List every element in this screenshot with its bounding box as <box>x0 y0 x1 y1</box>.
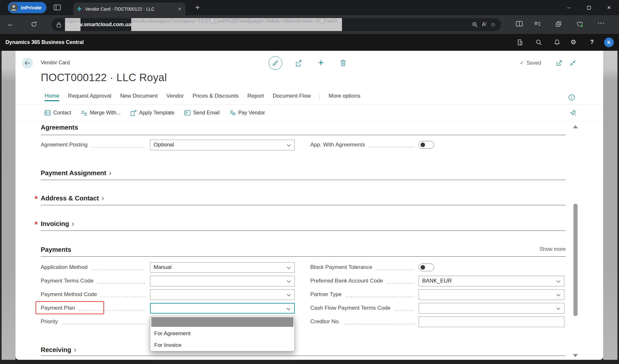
split-screen-icon[interactable] <box>516 21 523 27</box>
app-with-agreements-label: App. With Agreements <box>310 142 365 148</box>
creditor-no-input[interactable] <box>419 316 564 327</box>
collections-icon[interactable] <box>555 21 562 27</box>
application-method-label: Application Method <box>41 264 88 271</box>
dotted-leader <box>61 324 146 325</box>
inprivate-badge[interactable]: InPrivate <box>8 2 47 13</box>
app-with-agreements-toggle[interactable] <box>419 141 434 149</box>
section-payment-assignment[interactable]: Payment Assignment› <box>41 169 111 177</box>
partner-type-label: Partner Type <box>310 291 342 298</box>
block-payment-tolerance-toggle[interactable] <box>419 263 434 271</box>
section-payments[interactable]: Payments <box>41 245 71 254</box>
tab-title: Vendor Card - ПОСТ000122 · LLC <box>85 6 174 12</box>
dotted-leader <box>100 296 146 297</box>
dropdown-option-for-agreement[interactable]: For Agreement <box>150 328 294 339</box>
preferred-bank-account-code-label: Preferred Bank Account Code <box>310 278 383 284</box>
tab-actions-icon[interactable] <box>54 5 61 12</box>
zoom-out-icon[interactable] <box>472 22 478 28</box>
section-title: Receiving <box>41 346 71 354</box>
field-control-slot: Manual <box>150 262 295 273</box>
section-rule <box>41 205 566 205</box>
payment-method-code-combobox[interactable] <box>150 289 295 300</box>
agreement-posting-combobox[interactable]: Optional <box>150 140 295 150</box>
field-control-slot <box>419 263 564 271</box>
settings-gear-icon[interactable]: ⚙ <box>571 38 576 46</box>
field-control-slot <box>419 316 564 327</box>
refresh-icon[interactable] <box>31 21 37 29</box>
show-more-link[interactable]: Show more <box>520 246 566 252</box>
field-row-app-with-agreements: App. With Agreements <box>310 139 564 150</box>
field-control-slot <box>419 289 564 300</box>
section-title: Address & Contact <box>41 195 99 202</box>
section-receiving[interactable]: Receiving› <box>41 346 76 354</box>
notifications-bell-icon[interactable] <box>554 39 560 47</box>
payment-terms-code-combobox[interactable] <box>150 276 295 286</box>
section-title: Invoicing <box>41 220 69 228</box>
back-icon[interactable]: ← <box>7 20 14 28</box>
field-row-cash-flow-payment-terms-code: Cash Flow Payment Terms Code <box>310 303 564 314</box>
scroll-down-arrow[interactable] <box>573 354 578 357</box>
address-bar[interactable]: https://navdev.smartcloud.com.ua/localiz… <box>51 18 501 31</box>
toggle-knob <box>421 265 425 270</box>
section-invoicing[interactable]: *Invoicing› <box>41 219 74 228</box>
scrollbar-thumb[interactable] <box>573 204 578 316</box>
environment-icon[interactable] <box>517 39 523 47</box>
window-maximize-button[interactable] <box>579 0 599 15</box>
dotted-leader <box>345 296 415 297</box>
browser-tab[interactable]: Vendor Card - ПОСТ000122 · LLC × <box>73 3 186 15</box>
partner-type-combobox[interactable] <box>419 289 564 300</box>
chevron-down-icon <box>287 267 291 269</box>
preferred-bank-account-code-combobox[interactable]: BANK_EUR <box>419 276 564 286</box>
dimmed-left-margin <box>2 51 16 360</box>
dotted-leader <box>97 283 146 284</box>
agreement-posting-label: Agreement Posting <box>41 142 88 148</box>
payment-plan-combobox[interactable] <box>150 303 295 314</box>
search-icon[interactable] <box>536 39 542 47</box>
field-row-application-method: Application MethodManual <box>41 262 295 273</box>
dotted-leader <box>343 324 415 325</box>
browser-essentials-icon[interactable] <box>576 21 583 27</box>
page-background: Vendor Card + ✓ Saved ПОСТ000122 · LLC R… <box>0 51 619 360</box>
scroll-up-arrow[interactable] <box>573 125 578 128</box>
chevron-down-icon <box>287 280 291 283</box>
tab-favicon-icon <box>77 6 82 12</box>
favorites-icon[interactable] <box>534 21 541 27</box>
help-icon[interactable]: ? <box>590 39 594 46</box>
payment-terms-code-label: Payment Terms Code <box>41 278 93 284</box>
profile-avatar-icon <box>9 3 18 12</box>
chevron-down-icon <box>556 307 560 310</box>
field-row-payment-terms-code: Payment Terms Code <box>41 275 295 286</box>
window-minimize-button[interactable]: ─ <box>559 0 579 15</box>
cash-flow-payment-terms-code-combobox[interactable] <box>419 303 564 314</box>
read-aloud-icon[interactable]: A) <box>482 21 486 27</box>
field-row-payment-method-code: Payment Method Code <box>41 289 295 300</box>
payment-plan-dropdown: For AgreementFor Invoice <box>150 316 295 351</box>
tab-close-icon[interactable]: × <box>177 6 182 12</box>
user-avatar[interactable]: K <box>604 37 614 47</box>
field-value: BANK_EUR <box>419 278 452 284</box>
section-rule <box>41 356 566 356</box>
section-agreements[interactable]: Agreements <box>41 123 78 132</box>
chevron-down-icon <box>287 294 291 296</box>
favorite-star-icon[interactable]: ☆ <box>490 22 496 28</box>
field-row-preferred-bank-account-code: Preferred Bank Account CodeBANK_EUR <box>310 275 564 286</box>
application-method-combobox[interactable]: Manual <box>150 262 295 273</box>
dropdown-option-empty[interactable] <box>151 317 293 327</box>
field-row-partner-type: Partner Type <box>310 289 564 300</box>
payment-plan-highlight-box <box>36 301 104 314</box>
field-control-slot <box>419 141 564 149</box>
section-address-contact[interactable]: *Address & Contact› <box>41 194 104 202</box>
dotted-leader <box>394 310 415 311</box>
field-control-slot <box>150 276 295 286</box>
new-tab-button[interactable]: + <box>193 3 202 12</box>
section-title: Payments <box>41 246 71 253</box>
required-asterisk: * <box>35 220 38 229</box>
dropdown-option-for-invoice[interactable]: For Invoice <box>150 339 294 351</box>
app-title: Dynamics 365 Business Central <box>5 34 84 51</box>
browser-toolbar: ← https://navdev.smartcloud.com.ua/local… <box>0 15 619 34</box>
more-menu-icon[interactable]: ⋯ <box>597 19 605 27</box>
section-rule <box>41 230 566 231</box>
section-rule <box>41 180 566 180</box>
window-controls: ─ × <box>559 0 619 15</box>
dotted-leader <box>91 147 146 148</box>
window-close-button[interactable]: × <box>599 0 619 15</box>
